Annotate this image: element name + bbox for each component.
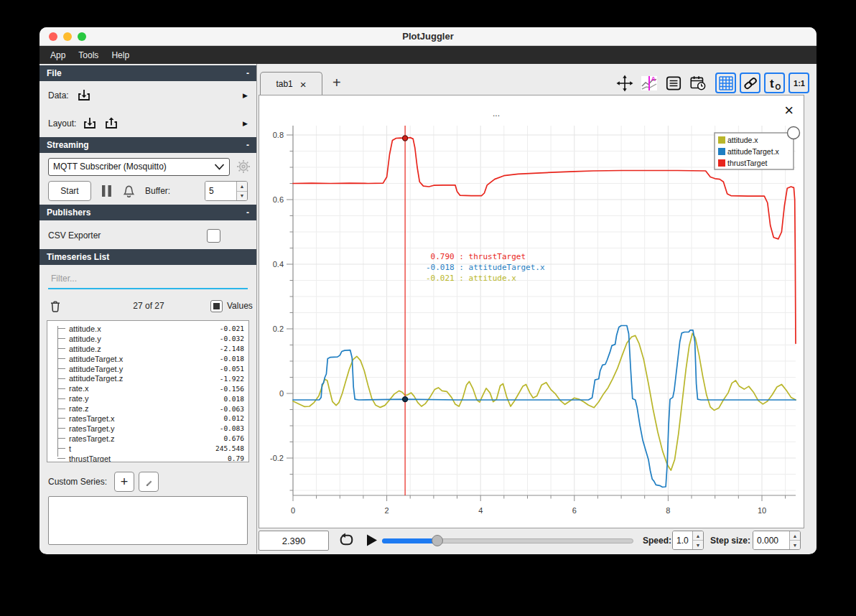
- streaming-settings-button[interactable]: [236, 159, 251, 174]
- x-tick-label: 4: [478, 506, 483, 515]
- edit-custom-series-button[interactable]: [139, 472, 159, 492]
- gear-icon: [236, 159, 251, 174]
- list-controls-row: 27 of 27 Values: [39, 297, 256, 315]
- spin-up-icon[interactable]: ▲: [693, 531, 703, 541]
- timeseries-row[interactable]: ratesTarget.z0.676: [57, 434, 244, 444]
- y-tick-label: -0.2: [270, 454, 284, 462]
- collapse-icon[interactable]: -: [246, 140, 249, 150]
- filter-input[interactable]: [48, 271, 248, 289]
- spin-down-icon[interactable]: ▼: [237, 192, 247, 201]
- pan-zoom-button[interactable]: [614, 73, 635, 93]
- svg-text:O: O: [775, 83, 781, 90]
- add-custom-series-button[interactable]: +: [114, 472, 134, 492]
- t0-icon: tO: [766, 75, 783, 92]
- close-tab-icon[interactable]: ×: [300, 79, 307, 90]
- plot-legend[interactable]: attitude.xattitudeTarget.xthrustTarget: [715, 127, 800, 170]
- current-time-input[interactable]: [259, 531, 329, 551]
- timeseries-row[interactable]: thrustTarget0.79: [57, 454, 244, 462]
- notifications-button[interactable]: [121, 184, 136, 199]
- start-button[interactable]: Start: [48, 181, 91, 201]
- legend-label[interactable]: attitudeTarget.x: [727, 147, 780, 156]
- values-checkbox[interactable]: [210, 300, 223, 312]
- grid-view-button[interactable]: [715, 73, 736, 93]
- add-tab-button[interactable]: +: [328, 74, 345, 92]
- plot-canvas[interactable]: 0.80.60.40.20-0.20246810 0.790 : thrustT…: [259, 95, 804, 528]
- timeseries-row[interactable]: attitude.z-2.148: [57, 344, 244, 354]
- section-header-streaming[interactable]: Streaming -: [39, 137, 256, 153]
- timeseries-row[interactable]: t245.548: [57, 444, 244, 454]
- legend-label[interactable]: thrustTarget: [727, 159, 768, 167]
- speed-input[interactable]: [673, 531, 692, 549]
- delete-series-button[interactable]: [48, 299, 62, 314]
- datetime-scale-button[interactable]: [687, 73, 708, 93]
- section-header-timeseries[interactable]: Timeseries List: [39, 249, 256, 265]
- plot-pane[interactable]: 0.80.60.40.20-0.20246810 0.790 : thrustT…: [259, 95, 804, 528]
- plot-title[interactable]: ...: [475, 108, 518, 118]
- tree-branch: [57, 378, 65, 379]
- timeseries-row[interactable]: rate.x-0.156: [57, 383, 244, 393]
- menu-tools[interactable]: Tools: [72, 50, 105, 60]
- load-layout-button[interactable]: [82, 116, 98, 131]
- expand-layout-arrow[interactable]: ▶: [243, 120, 248, 127]
- spin-down-icon[interactable]: ▼: [693, 541, 703, 549]
- buffer-spinbox[interactable]: ▲▼: [205, 181, 248, 201]
- time-slider[interactable]: [382, 531, 633, 551]
- expand-data-arrow[interactable]: ▶: [243, 92, 248, 99]
- timeseries-name: ratesTarget.x: [69, 414, 115, 423]
- spin-up-icon[interactable]: ▲: [237, 182, 247, 192]
- spin-down-icon[interactable]: ▼: [790, 541, 800, 549]
- collapse-icon[interactable]: -: [246, 207, 249, 218]
- ratio-1-1-button[interactable]: 1:1: [788, 73, 809, 93]
- play-icon: [363, 532, 379, 549]
- timeseries-row[interactable]: attitudeTarget.y-0.051: [57, 364, 244, 374]
- collapse-icon[interactable]: -: [246, 68, 249, 78]
- slider-handle[interactable]: [432, 535, 443, 546]
- tracker-style-button[interactable]: A: [638, 73, 659, 93]
- timeseries-row[interactable]: attitudeTarget.x-0.018: [57, 354, 244, 364]
- export-icon: [103, 116, 119, 131]
- timeseries-row[interactable]: ratesTarget.x0.012: [57, 414, 244, 424]
- step-size-input[interactable]: [753, 531, 789, 549]
- tab-label: tab1: [276, 79, 292, 89]
- calendar-clock-icon: [689, 74, 707, 93]
- timeseries-row[interactable]: attitudeTarget.z-1.922: [57, 373, 244, 383]
- time-offset-button[interactable]: tO: [764, 73, 785, 93]
- svg-text:A: A: [651, 75, 656, 83]
- step-size-spinbox[interactable]: ▲▼: [753, 531, 801, 550]
- streaming-source-select[interactable]: MQTT Subscriber (Mosquitto): [48, 158, 230, 176]
- x-tick-label: 2: [385, 506, 389, 515]
- spin-up-icon[interactable]: ▲: [790, 531, 800, 541]
- buffer-input[interactable]: [205, 182, 236, 200]
- tracker-readout-line: -0.018 : attitudeTarget.x: [426, 263, 545, 272]
- legend-handle[interactable]: [788, 127, 800, 139]
- loop-button[interactable]: [338, 532, 355, 549]
- timeseries-row[interactable]: attitude.y-0.032: [57, 334, 244, 344]
- timeseries-row[interactable]: rate.y0.018: [57, 393, 244, 403]
- legend-swatch: [718, 148, 725, 155]
- csv-exporter-checkbox[interactable]: [207, 229, 220, 243]
- tab-tab1[interactable]: tab1 ×: [260, 72, 322, 95]
- load-data-button[interactable]: [76, 88, 92, 103]
- timeseries-value: -1.922: [220, 375, 244, 383]
- section-header-file[interactable]: File -: [39, 65, 256, 81]
- timeseries-row[interactable]: attitude.x-0.021: [57, 324, 244, 334]
- data-label: Data:: [48, 90, 69, 101]
- menu-app[interactable]: App: [44, 50, 72, 60]
- play-button[interactable]: [363, 532, 379, 549]
- link-axes-button[interactable]: [740, 73, 760, 93]
- timeseries-row[interactable]: ratesTarget.y-0.083: [57, 424, 244, 434]
- save-layout-button[interactable]: [103, 116, 119, 131]
- streaming-controls-row: Start Buffer: ▲▼: [39, 180, 256, 202]
- close-plot-button[interactable]: ×: [784, 103, 794, 118]
- section-header-publishers[interactable]: Publishers -: [39, 205, 256, 220]
- tracker-readout-line: -0.021 : attitude.x: [426, 274, 516, 283]
- custom-series-list[interactable]: [48, 496, 248, 545]
- pause-button[interactable]: [101, 185, 112, 197]
- bell-icon: [121, 184, 136, 199]
- legend-list-button[interactable]: [663, 73, 684, 93]
- legend-label[interactable]: attitude.x: [727, 136, 758, 144]
- timeseries-row[interactable]: rate.z-0.063: [57, 403, 244, 414]
- speed-spinbox[interactable]: ▲▼: [672, 531, 704, 550]
- menu-help[interactable]: Help: [105, 50, 136, 60]
- chevron-down-icon: [214, 164, 225, 170]
